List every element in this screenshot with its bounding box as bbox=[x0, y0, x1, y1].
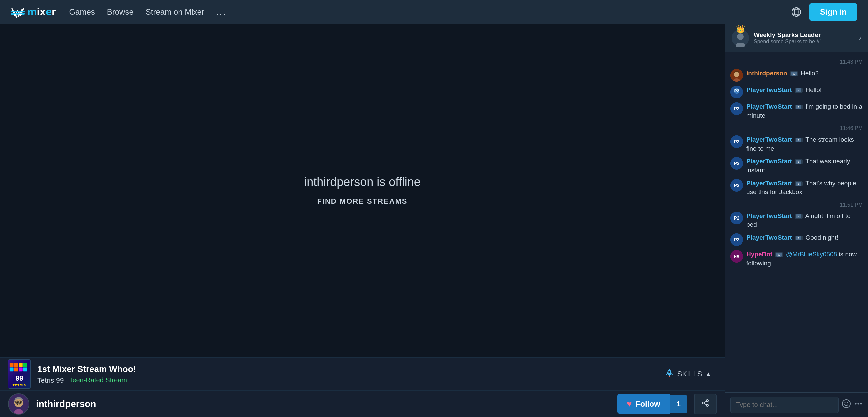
stream-game: Tetris 99 bbox=[37, 376, 64, 384]
chat-username[interactable]: PlayerTwoStart bbox=[746, 103, 792, 110]
svg-text:TETRIS: TETRIS bbox=[13, 383, 26, 387]
follow-label: Follow bbox=[635, 399, 660, 409]
chat-username[interactable]: PlayerTwoStart bbox=[746, 158, 792, 164]
chat-content: PlayerTwoStart 1 Alright, I'm off to bed bbox=[746, 212, 863, 229]
chat-avatar: P2 bbox=[731, 233, 743, 246]
stream-tag[interactable]: Teen-Rated Stream bbox=[69, 376, 127, 384]
chat-content: PlayerTwoStart 1 I'm going to bed in a m… bbox=[746, 102, 863, 120]
chat-badge: 1 bbox=[795, 236, 803, 240]
chat-avatar: P2 bbox=[731, 179, 743, 192]
heart-icon: ♥ bbox=[626, 399, 631, 409]
svg-text:P2: P2 bbox=[734, 216, 739, 221]
nav-right: Sign in bbox=[792, 3, 857, 21]
follow-button[interactable]: ♥ Follow bbox=[617, 394, 670, 414]
globe-icon bbox=[792, 7, 801, 17]
offline-text: inthirdperson is offline bbox=[304, 175, 421, 189]
chat-input[interactable] bbox=[731, 397, 839, 413]
skills-icon bbox=[665, 368, 674, 380]
svg-point-77 bbox=[842, 400, 850, 408]
streamer-name: inthirdperson bbox=[36, 399, 611, 409]
chat-text: Hello? bbox=[801, 70, 819, 76]
timestamp-3: 11:51 PM bbox=[731, 202, 863, 208]
chat-username[interactable]: PlayerTwoStart bbox=[746, 234, 792, 241]
chat-banner[interactable]: 👑 Weekly Sparks Leader Spend some Sparks… bbox=[725, 24, 868, 52]
user-avatar-svg: P2 bbox=[731, 102, 743, 115]
nav-games[interactable]: Games bbox=[69, 7, 95, 17]
follow-count-button[interactable]: 1 bbox=[670, 395, 687, 413]
svg-text:P2: P2 bbox=[734, 183, 739, 188]
svg-text:1: 1 bbox=[798, 138, 800, 141]
nav-more[interactable]: ... bbox=[216, 7, 227, 17]
chat-message: inthirdperson 1 Hello? bbox=[731, 68, 863, 83]
rocket-icon bbox=[665, 368, 674, 378]
svg-rect-19 bbox=[23, 368, 27, 372]
follow-button-group: ♥ Follow 1 bbox=[617, 394, 687, 414]
nav-browse[interactable]: Browse bbox=[107, 7, 133, 17]
svg-line-35 bbox=[705, 401, 707, 402]
chat-username[interactable]: PlayerTwoStart bbox=[746, 180, 792, 187]
chat-message: P2 PlayerTwoStart 1 That's why people us… bbox=[731, 178, 863, 198]
chat-username[interactable]: PlayerTwoStart bbox=[746, 213, 792, 220]
more-chat-button[interactable] bbox=[854, 399, 863, 410]
chat-avatar: P2 bbox=[731, 135, 743, 148]
chat-username[interactable]: PlayerTwoStart bbox=[746, 86, 792, 93]
logo[interactable]: mixer bbox=[11, 6, 56, 18]
user-avatar-svg: P2 bbox=[731, 86, 743, 98]
user-avatar-svg: P2 bbox=[731, 179, 743, 192]
svg-text:1: 1 bbox=[798, 105, 800, 108]
chat-message: P2 PlayerTwoStart 1 Good night! bbox=[731, 232, 863, 248]
chat-badge: 1 bbox=[795, 137, 803, 142]
banner-chevron-icon: › bbox=[859, 34, 861, 42]
svg-rect-14 bbox=[10, 368, 14, 372]
streamer-avatar-svg bbox=[9, 393, 29, 415]
badge-icon: 1 bbox=[776, 253, 782, 257]
navbar: mixer Games Browse Stream on Mixer ... S… bbox=[0, 0, 868, 24]
badge-icon: 1 bbox=[796, 215, 801, 219]
chat-avatar: P2 bbox=[731, 157, 743, 169]
chat-avatar: HB bbox=[731, 250, 743, 263]
nav-stream[interactable]: Stream on Mixer bbox=[146, 7, 204, 17]
chat-content: inthirdperson 1 Hello? bbox=[746, 69, 863, 78]
svg-text:1: 1 bbox=[778, 253, 780, 256]
skills-button[interactable]: SKILLS ▲ bbox=[659, 365, 717, 383]
share-button[interactable] bbox=[694, 394, 717, 414]
svg-rect-17 bbox=[23, 363, 27, 367]
main-layout: inthirdperson is offline FIND MORE STREA… bbox=[0, 24, 868, 417]
more-dots-icon bbox=[854, 399, 863, 408]
badge-icon: 1 bbox=[796, 182, 801, 186]
chat-message: HB HypeBot 1 @MrBlueSky0508 is now follo… bbox=[731, 249, 863, 269]
svg-point-78 bbox=[845, 402, 846, 403]
game-thumbnail: 99 TETRIS bbox=[8, 359, 31, 389]
game-thumb-svg: 99 TETRIS bbox=[8, 359, 30, 389]
svg-text:HB: HB bbox=[734, 255, 739, 259]
find-streams-button[interactable]: FIND MORE STREAMS bbox=[317, 197, 407, 206]
emoji-button[interactable] bbox=[842, 399, 851, 410]
user-avatar-svg: P2 bbox=[731, 135, 743, 148]
globe-button[interactable] bbox=[792, 7, 801, 17]
banner-text: Weekly Sparks Leader Spend some Sparks t… bbox=[754, 31, 854, 45]
chat-badge: 1 bbox=[790, 71, 798, 76]
stream-meta: 1st Mixer Stream Whoo! Tetris 99 Teen-Ra… bbox=[37, 364, 653, 384]
content-section: inthirdperson is offline FIND MORE STREA… bbox=[0, 24, 725, 417]
svg-point-82 bbox=[860, 403, 862, 405]
signin-button[interactable]: Sign in bbox=[809, 3, 857, 21]
svg-point-31 bbox=[707, 400, 709, 402]
chat-content: PlayerTwoStart 1 That's why people use t… bbox=[746, 179, 863, 196]
chat-username[interactable]: inthirdperson bbox=[746, 70, 787, 76]
user-avatar-svg: P2 bbox=[731, 212, 743, 224]
svg-point-37 bbox=[737, 33, 744, 40]
chat-mention[interactable]: @MrBlueSky0508 bbox=[786, 251, 837, 258]
chat-panel: 👑 Weekly Sparks Leader Spend some Sparks… bbox=[725, 24, 868, 417]
nav-links: Games Browse Stream on Mixer ... bbox=[69, 7, 778, 17]
chat-username[interactable]: PlayerTwoStart bbox=[746, 136, 792, 143]
svg-rect-12 bbox=[10, 363, 14, 367]
chat-username[interactable]: HypeBot bbox=[746, 251, 772, 258]
crown-avatar: 👑 bbox=[732, 29, 749, 46]
emoji-icon bbox=[842, 399, 851, 408]
svg-point-32 bbox=[703, 402, 705, 404]
chat-messages: 11:43 PM inthirdperson 1 Hell bbox=[725, 52, 868, 392]
svg-text:1: 1 bbox=[798, 89, 800, 92]
chat-content: PlayerTwoStart 1 Hello! bbox=[746, 86, 863, 95]
banner-title: Weekly Sparks Leader bbox=[754, 31, 854, 39]
chat-message: P2 PlayerTwoStart 1 Alright, I'm off to … bbox=[731, 211, 863, 231]
